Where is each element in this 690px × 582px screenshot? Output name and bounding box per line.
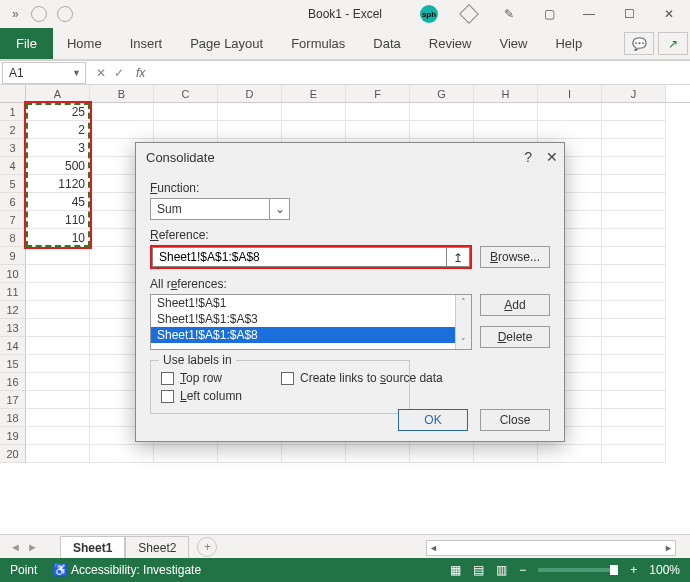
cell[interactable]	[602, 211, 666, 229]
row-header[interactable]: 3	[0, 139, 26, 157]
col-E[interactable]: E	[282, 85, 346, 102]
cell[interactable]: 45	[26, 193, 90, 211]
list-item[interactable]: Sheet1!$A$1:$A$3	[151, 311, 471, 327]
range-picker-icon[interactable]: ↥	[446, 247, 470, 267]
cell[interactable]	[218, 103, 282, 121]
cell[interactable]	[602, 229, 666, 247]
col-G[interactable]: G	[410, 85, 474, 102]
diamond-icon[interactable]	[450, 0, 488, 28]
cell[interactable]	[26, 301, 90, 319]
qat-expand-icon[interactable]: »	[6, 5, 25, 23]
cell[interactable]	[474, 121, 538, 139]
tab-page-layout[interactable]: Page Layout	[176, 28, 277, 59]
row-header[interactable]: 14	[0, 337, 26, 355]
formula-input[interactable]	[155, 62, 690, 84]
cell[interactable]	[410, 121, 474, 139]
cell[interactable]	[602, 391, 666, 409]
cell[interactable]	[154, 103, 218, 121]
row-header[interactable]: 12	[0, 301, 26, 319]
cell[interactable]	[346, 445, 410, 463]
view-page-icon[interactable]: ▤	[473, 563, 484, 577]
dialog-titlebar[interactable]: Consolidate ? ✕	[136, 143, 564, 171]
cell[interactable]	[218, 445, 282, 463]
row-header[interactable]: 17	[0, 391, 26, 409]
row-header[interactable]: 18	[0, 409, 26, 427]
cell[interactable]	[26, 373, 90, 391]
cell[interactable]: 110	[26, 211, 90, 229]
cell[interactable]	[26, 265, 90, 283]
cell[interactable]	[26, 283, 90, 301]
cell[interactable]	[26, 427, 90, 445]
zoom-slider[interactable]	[538, 568, 618, 572]
cell[interactable]	[282, 103, 346, 121]
tab-view[interactable]: View	[485, 28, 541, 59]
cell[interactable]	[602, 445, 666, 463]
row-header[interactable]: 10	[0, 265, 26, 283]
cell[interactable]	[410, 445, 474, 463]
cell[interactable]: 2	[26, 121, 90, 139]
cell[interactable]	[218, 121, 282, 139]
list-scrollbar[interactable]: ˄˅	[455, 295, 471, 349]
create-links-checkbox[interactable]: Create links to source data	[281, 371, 443, 385]
row-header[interactable]: 1	[0, 103, 26, 121]
tab-insert[interactable]: Insert	[116, 28, 177, 59]
cell[interactable]	[26, 355, 90, 373]
cell[interactable]	[602, 139, 666, 157]
chevron-down-icon[interactable]: ⌄	[269, 199, 289, 219]
row-header[interactable]: 15	[0, 355, 26, 373]
col-I[interactable]: I	[538, 85, 602, 102]
name-box[interactable]: A1 ▼	[2, 62, 86, 84]
accessibility-status[interactable]: ♿ Accessibility: Investigate	[53, 563, 201, 577]
window-layout-icon[interactable]: ▢	[530, 0, 568, 28]
cell[interactable]	[90, 121, 154, 139]
dialog-close-icon[interactable]: ✕	[546, 149, 558, 165]
cell[interactable]: 10	[26, 229, 90, 247]
cell[interactable]	[602, 121, 666, 139]
cell[interactable]	[602, 265, 666, 283]
left-column-checkbox[interactable]: Left column	[161, 389, 242, 403]
cell[interactable]	[474, 445, 538, 463]
zoom-in-icon[interactable]: +	[630, 563, 637, 577]
cell[interactable]: 25	[26, 103, 90, 121]
tab-file[interactable]: File	[0, 28, 53, 59]
cell[interactable]	[602, 301, 666, 319]
cell[interactable]	[602, 337, 666, 355]
row-header[interactable]: 9	[0, 247, 26, 265]
cell[interactable]	[26, 337, 90, 355]
cell[interactable]: 1120	[26, 175, 90, 193]
tab-data[interactable]: Data	[359, 28, 414, 59]
col-F[interactable]: F	[346, 85, 410, 102]
list-item[interactable]: Sheet1!$A$1	[151, 295, 471, 311]
cell[interactable]	[602, 355, 666, 373]
row-header[interactable]: 4	[0, 157, 26, 175]
row-header[interactable]: 11	[0, 283, 26, 301]
help-icon[interactable]: ?	[524, 149, 532, 165]
cell[interactable]	[90, 103, 154, 121]
cell[interactable]	[602, 103, 666, 121]
delete-button[interactable]: Delete	[480, 326, 550, 348]
tab-review[interactable]: Review	[415, 28, 486, 59]
cell[interactable]	[602, 373, 666, 391]
cell[interactable]: 3	[26, 139, 90, 157]
row-header[interactable]: 20	[0, 445, 26, 463]
cancel-formula-icon[interactable]: ✕	[96, 66, 106, 80]
col-A[interactable]: A	[26, 85, 90, 102]
ok-button[interactable]: OK	[398, 409, 468, 431]
maximize-icon[interactable]: ☐	[610, 0, 648, 28]
cell[interactable]	[282, 121, 346, 139]
cell[interactable]	[282, 445, 346, 463]
cell[interactable]	[346, 103, 410, 121]
close-button[interactable]: Close	[480, 409, 550, 431]
cell[interactable]	[154, 445, 218, 463]
pen-icon[interactable]: ✎	[490, 0, 528, 28]
close-icon[interactable]: ✕	[650, 0, 688, 28]
cell[interactable]	[602, 157, 666, 175]
row-header[interactable]: 8	[0, 229, 26, 247]
cell[interactable]	[602, 409, 666, 427]
zoom-value[interactable]: 100%	[649, 563, 680, 577]
browse-button[interactable]: Browse...	[480, 246, 550, 268]
sph-icon[interactable]: sph	[410, 0, 448, 28]
all-references-list[interactable]: Sheet1!$A$1 Sheet1!$A$1:$A$3 Sheet1!$A$1…	[150, 294, 472, 350]
fx-icon[interactable]: fx	[136, 66, 145, 80]
cell[interactable]	[26, 391, 90, 409]
